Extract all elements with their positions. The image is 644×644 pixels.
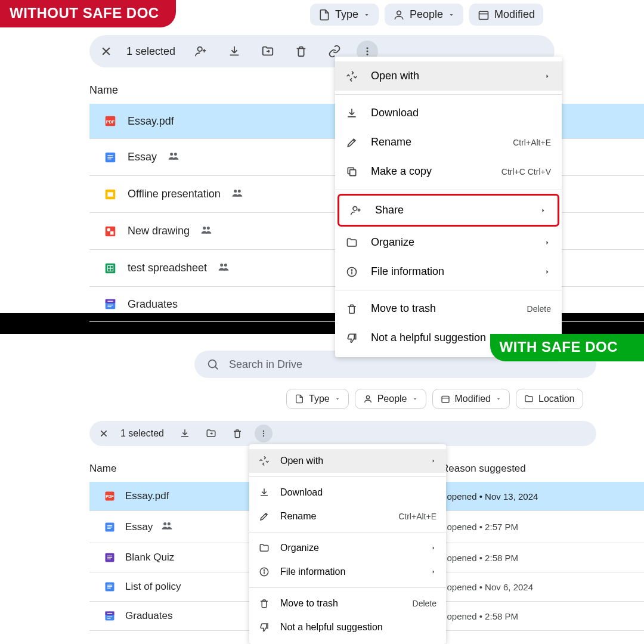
more-options-button[interactable] bbox=[255, 425, 273, 442]
panel-without-safedoc: WITHOUT SAFE DOC Type People Modified 1 … bbox=[0, 0, 644, 313]
calendar-icon bbox=[478, 9, 490, 21]
menu-organize[interactable]: Organize bbox=[249, 536, 446, 560]
svg-point-21 bbox=[234, 190, 237, 193]
badge-without-safedoc: WITHOUT SAFE DOC bbox=[0, 0, 176, 27]
docs-icon bbox=[104, 521, 116, 533]
delete-button[interactable] bbox=[290, 40, 312, 63]
svg-rect-25 bbox=[110, 231, 114, 235]
svg-text:PDF: PDF bbox=[106, 494, 113, 499]
drawings-icon bbox=[104, 225, 117, 238]
pdf-icon: PDF bbox=[104, 114, 117, 128]
filter-people[interactable]: People bbox=[385, 4, 463, 26]
menu-open-with[interactable]: Open with bbox=[249, 449, 446, 473]
menu-separator bbox=[335, 94, 562, 95]
menu-download[interactable]: Download bbox=[249, 481, 446, 504]
svg-rect-77 bbox=[107, 618, 111, 618]
context-menu: Open with Download Rename Ctrl+Alt+E Org… bbox=[249, 444, 446, 644]
menu-file-info[interactable]: File information bbox=[249, 560, 446, 584]
search-placeholder: Search in Drive bbox=[229, 358, 302, 371]
menu-rename-shortcut: Ctrl+Alt+E bbox=[398, 512, 436, 521]
panel-with-safedoc: WITH SAFE DOC Search in Drive Type Peopl… bbox=[0, 334, 644, 644]
share-button[interactable] bbox=[190, 40, 212, 63]
file-icon bbox=[295, 394, 304, 404]
svg-rect-78 bbox=[107, 613, 112, 614]
context-menu: Open with Download Rename Ctrl+Alt+E Mak… bbox=[335, 57, 562, 357]
info-icon bbox=[259, 566, 270, 577]
svg-point-18 bbox=[174, 153, 177, 156]
reason-header[interactable]: Reason suggested bbox=[441, 463, 644, 475]
menu-rename-shortcut: Ctrl+Alt+E bbox=[513, 138, 551, 147]
svg-rect-15 bbox=[107, 157, 113, 157]
filter-type[interactable]: Type bbox=[286, 389, 349, 409]
menu-file-info[interactable]: File information bbox=[335, 257, 562, 286]
svg-point-24 bbox=[107, 228, 111, 231]
filter-location[interactable]: Location bbox=[516, 389, 583, 409]
menu-share[interactable]: Share bbox=[339, 196, 558, 225]
svg-point-56 bbox=[263, 435, 264, 436]
svg-point-0 bbox=[397, 11, 401, 15]
menu-rename[interactable]: Rename Ctrl+Alt+E bbox=[335, 128, 562, 157]
svg-rect-62 bbox=[107, 528, 111, 528]
filter-location-label: Location bbox=[538, 394, 575, 404]
svg-point-27 bbox=[207, 227, 210, 230]
folder-icon bbox=[346, 237, 358, 249]
svg-point-33 bbox=[224, 264, 227, 267]
menu-open-with[interactable]: Open with bbox=[335, 61, 562, 91]
download-icon bbox=[179, 428, 190, 439]
filter-people[interactable]: People bbox=[355, 389, 426, 409]
menu-separator bbox=[335, 290, 562, 290]
pencil-icon bbox=[259, 511, 270, 522]
filter-modified[interactable]: Modified bbox=[469, 4, 543, 26]
menu-not-helpful[interactable]: Not a helpful suggestion bbox=[249, 615, 446, 639]
filter-people-label: People bbox=[377, 394, 407, 404]
menu-make-copy[interactable]: Make a copy Ctrl+C Ctrl+V bbox=[335, 157, 562, 186]
shared-icon bbox=[218, 261, 230, 275]
svg-rect-37 bbox=[107, 305, 113, 305]
close-selection-button[interactable] bbox=[95, 425, 112, 442]
trash-icon bbox=[259, 598, 270, 609]
menu-make-copy-label: Make a copy bbox=[371, 165, 488, 178]
svg-rect-38 bbox=[107, 306, 111, 307]
svg-rect-1 bbox=[479, 11, 488, 19]
person-icon bbox=[363, 394, 373, 404]
menu-rename[interactable]: Rename Ctrl+Alt+E bbox=[249, 504, 446, 528]
svg-point-46 bbox=[351, 270, 352, 270]
menu-download[interactable]: Download bbox=[335, 98, 562, 128]
menu-organize-label: Organize bbox=[371, 236, 531, 249]
file-name: Essay bbox=[128, 151, 157, 163]
svg-rect-50 bbox=[442, 396, 449, 402]
menu-trash-shortcut: Delete bbox=[413, 599, 436, 608]
download-button[interactable] bbox=[176, 425, 194, 442]
svg-point-17 bbox=[170, 153, 173, 156]
menu-organize[interactable]: Organize bbox=[335, 228, 562, 257]
svg-point-10 bbox=[367, 54, 369, 55]
copy-icon bbox=[346, 166, 358, 178]
move-button[interactable] bbox=[202, 425, 220, 442]
docs-icon bbox=[104, 581, 116, 593]
trash-icon bbox=[346, 303, 358, 315]
menu-trash[interactable]: Move to trash Delete bbox=[249, 592, 446, 615]
shared-icon bbox=[168, 150, 179, 165]
menu-share-label: Share bbox=[375, 204, 527, 216]
menu-organize-label: Organize bbox=[280, 543, 420, 553]
filter-row: Type People Modified Location bbox=[0, 389, 644, 413]
svg-rect-14 bbox=[107, 155, 113, 156]
svg-point-55 bbox=[263, 433, 264, 434]
file-name: New drawing bbox=[128, 225, 190, 237]
thumbs-down-icon bbox=[346, 332, 358, 344]
delete-button[interactable] bbox=[228, 425, 246, 442]
filter-type[interactable]: Type bbox=[310, 4, 379, 26]
selection-count: 1 selected bbox=[126, 45, 175, 58]
menu-download-label: Download bbox=[371, 107, 551, 119]
close-selection-button[interactable] bbox=[97, 42, 116, 61]
svg-point-9 bbox=[367, 51, 369, 52]
filter-modified[interactable]: Modified bbox=[432, 389, 510, 409]
download-button[interactable] bbox=[223, 40, 246, 63]
svg-point-22 bbox=[238, 190, 241, 193]
svg-point-47 bbox=[209, 360, 216, 368]
download-icon bbox=[346, 107, 358, 119]
menu-open-with-label: Open with bbox=[371, 70, 531, 82]
move-button[interactable] bbox=[256, 40, 279, 63]
menu-trash[interactable]: Move to trash Delete bbox=[335, 294, 562, 323]
menu-file-info-label: File information bbox=[280, 566, 420, 577]
